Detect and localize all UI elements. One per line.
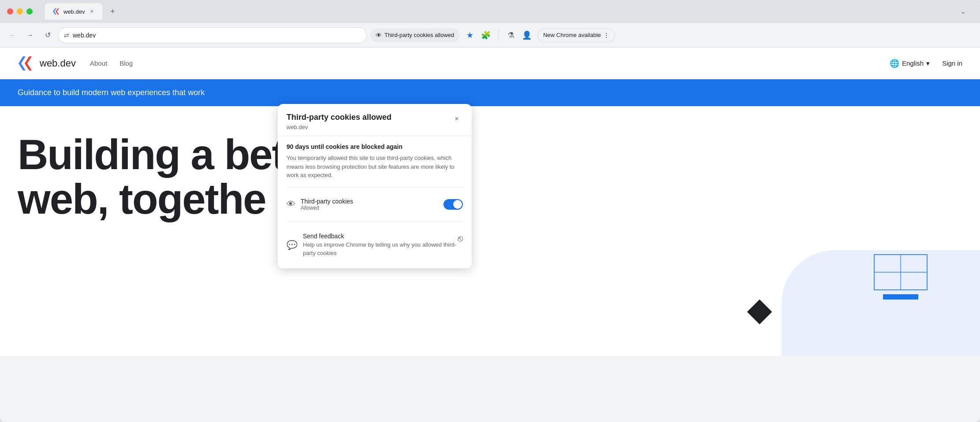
logo-text: web.dev [40,58,76,69]
hero-title: Building a bet web, togethe [18,133,962,222]
tab-bar: web.dev × + ⌄ [38,3,973,20]
language-button[interactable]: 🌐 English ▾ [884,55,935,72]
cookies-popup: Third-party cookies allowed web.dev × 90… [278,104,472,268]
popup-warning-text: You temporarily allowed this site to use… [287,154,463,180]
feedback-row-left: 💬 Send feedback Help us improve Chrome b… [287,233,458,258]
url-display: web.dev [73,32,361,39]
cookies-row-text: Third-party cookies Allowed [301,198,353,211]
toggle-knob [453,200,462,209]
site-nav: web.dev About Blog 🌐 English ▾ Sign in [0,48,980,79]
close-window-button[interactable] [7,8,13,15]
cookies-toggle-left: 👁 Third-party cookies Allowed [287,198,353,211]
back-button[interactable]: ← [5,28,19,42]
forward-button[interactable]: → [23,28,37,42]
forward-icon: → [26,31,34,39]
svg-marker-2 [19,56,26,70]
active-tab[interactable]: web.dev × [45,3,102,20]
lab-icon: ⚗ [507,30,514,40]
site-nav-links: About Blog [90,59,133,67]
cookies-row-title: Third-party cookies [301,198,353,205]
popup-body: 90 days until cookies are blocked again … [278,136,472,268]
language-label: English [902,59,924,67]
popup-divider-2 [287,222,463,222]
hero-section: Building a bet web, togethe [0,106,980,248]
globe-icon: 🌐 [890,59,899,68]
lab-button[interactable]: ⚗ [504,28,518,42]
toolbar-separator [498,30,499,41]
cookies-toggle-row: 👁 Third-party cookies Allowed [287,194,463,215]
svg-rect-7 [883,294,918,300]
cookies-toggle[interactable] [443,199,463,210]
tab-expand-button[interactable]: ⌄ [961,8,966,15]
diamond-shape [747,300,772,325]
star-icon: ★ [466,30,473,40]
feedback-row-description: Help us improve Chrome by telling us why… [303,241,458,258]
address-bar: ← → ↺ ⇄ web.dev 👁 Third-party cookies al… [0,23,980,48]
popup-title-row: Third-party cookies allowed web.dev × [287,113,463,130]
grid-illustration [857,250,945,329]
extensions-button[interactable]: 🧩 [479,28,493,42]
popup-title-group: Third-party cookies allowed web.dev [287,113,391,130]
site-logo: web.dev [18,55,76,72]
popup-title: Third-party cookies allowed [287,113,391,122]
nav-about-link[interactable]: About [90,59,107,67]
feedback-row-title: Send feedback [303,233,458,240]
popup-header: Third-party cookies allowed web.dev × [278,104,472,136]
hero-banner: Guidance to build modern web experiences… [0,79,980,106]
nav-blog-link[interactable]: Blog [119,59,133,67]
feedback-row: 💬 Send feedback Help us improve Chrome b… [287,229,463,261]
title-bar: web.dev × + ⌄ [0,0,980,23]
sign-in-button[interactable]: Sign in [942,59,962,67]
minimize-window-button[interactable] [17,8,23,15]
new-chrome-button[interactable]: New Chrome available ⋮ [537,28,615,42]
reload-icon: ↺ [45,31,51,39]
eye-icon: 👁 [376,32,382,39]
toolbar-icons-right: ⚗ 👤 [504,28,534,42]
back-icon: ← [9,31,16,39]
feedback-row-text: Send feedback Help us improve Chrome by … [303,233,458,258]
cookies-indicator-button[interactable]: 👁 Third-party cookies allowed [370,28,459,42]
window-controls [7,8,33,15]
feedback-icon: 💬 [287,240,298,250]
bookmark-button[interactable]: ★ [463,28,477,42]
omnibox[interactable]: ⇄ web.dev [58,27,367,43]
tab-close-button[interactable]: × [88,8,95,15]
popup-divider-1 [287,187,463,187]
popup-warning-title: 90 days until cookies are blocked again [287,143,463,150]
tab-favicon-icon [52,7,60,15]
external-link-icon[interactable]: ⎋ [458,233,463,244]
popup-subtitle: web.dev [287,124,391,130]
site-info-icon: ⇄ [64,32,69,39]
profile-icon: 👤 [522,30,532,40]
cookies-row-subtitle: Allowed [301,205,353,211]
site-nav-right: 🌐 English ▾ Sign in [884,55,962,72]
logo-icon [18,55,35,72]
cookies-indicator-label: Third-party cookies allowed [384,32,454,38]
more-options-icon: ⋮ [604,32,609,38]
tab-label: web.dev [63,8,85,15]
svg-marker-3 [25,56,32,70]
svg-marker-1 [56,8,59,15]
cookies-eye-icon: 👁 [287,199,295,209]
extensions-icon: 🧩 [481,30,491,40]
chevron-down-icon: ▾ [926,59,930,67]
new-chrome-label: New Chrome available [543,32,601,38]
maximize-window-button[interactable] [26,8,33,15]
new-tab-button[interactable]: + [106,5,119,18]
toolbar-icons: ★ 🧩 [463,28,493,42]
reload-button[interactable]: ↺ [41,28,55,42]
profile-button[interactable]: 👤 [520,28,534,42]
hero-title-line2: web, togethe [18,175,266,222]
website-content: web.dev About Blog 🌐 English ▾ Sign in G… [0,48,980,356]
hero-title-line1: Building a bet [18,131,285,178]
hero-banner-text: Guidance to build modern web experiences… [18,88,205,97]
browser-window: web.dev × + ⌄ ← → ↺ ⇄ web.dev 👁 Third-pa… [0,0,980,422]
popup-close-button[interactable]: × [451,113,463,125]
